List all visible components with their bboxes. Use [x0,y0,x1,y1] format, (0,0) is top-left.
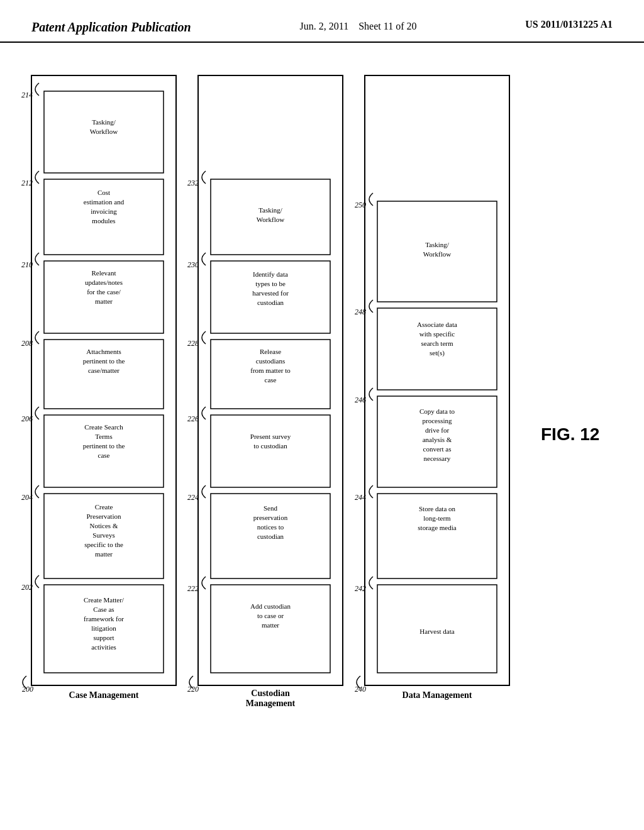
fig-label: FIG. 12 [541,424,599,444]
svg-text:Data Management: Data Management [402,690,472,700]
svg-text:pertinent to the: pertinent to the [83,357,125,365]
svg-text:248: 248 [355,307,366,316]
svg-text:212: 212 [21,179,33,187]
svg-text:Create Search: Create Search [84,423,123,431]
sheet-info: Sheet 11 of 20 [358,21,416,31]
svg-text:storage media: storage media [418,524,457,531]
svg-text:set(s): set(s) [430,349,445,357]
svg-text:litigation: litigation [91,624,116,632]
svg-text:to case or: to case or [257,612,284,619]
patent-number: US 2011/0131225 A1 [525,19,613,30]
svg-text:Notices &: Notices & [90,522,118,529]
svg-text:Workflow: Workflow [90,128,118,135]
svg-text:226: 226 [187,414,199,423]
svg-text:drive for: drive for [425,426,450,434]
svg-text:Custodian: Custodian [251,689,290,698]
svg-text:custodians: custodians [256,357,285,365]
svg-text:Attachments: Attachments [86,348,121,355]
svg-text:Terms: Terms [95,433,112,440]
svg-text:case: case [265,376,277,384]
svg-text:208: 208 [21,339,33,348]
svg-text:preservation: preservation [253,514,288,521]
svg-text:Present survey: Present survey [250,433,291,440]
svg-text:matter: matter [95,550,113,558]
svg-text:framework for: framework for [84,615,124,622]
svg-text:Send: Send [264,504,278,512]
svg-text:updates/notes: updates/notes [85,279,123,286]
svg-text:230: 230 [187,260,199,269]
svg-text:232: 232 [187,179,199,187]
svg-text:necessary: necessary [424,455,451,462]
svg-text:Identify data: Identify data [253,270,288,278]
svg-text:Preservation: Preservation [87,512,121,520]
svg-text:Release: Release [260,348,281,355]
svg-text:specific to the: specific to the [84,541,123,548]
svg-text:Store data on: Store data on [419,505,456,512]
svg-text:Tasking/: Tasking/ [425,241,450,248]
svg-text:modules: modules [92,217,115,224]
svg-text:210: 210 [21,260,33,269]
svg-text:Add custodian: Add custodian [250,602,291,610]
svg-text:search term: search term [421,340,453,347]
svg-text:pertinent to the: pertinent to the [83,442,125,450]
svg-text:case: case [98,451,110,459]
svg-text:246: 246 [355,396,366,404]
svg-text:Tasking/: Tasking/ [92,118,116,126]
svg-text:Cost: Cost [97,189,110,196]
svg-text:harvested for: harvested for [252,289,289,297]
svg-text:Tasking/: Tasking/ [258,206,283,214]
svg-text:224: 224 [187,493,199,502]
svg-text:222: 222 [187,584,199,593]
svg-text:estimation and: estimation and [84,198,125,206]
publication-title: Patent Application Publication [31,19,191,35]
svg-text:Create Matter/: Create Matter/ [84,596,125,604]
svg-rect-52 [211,585,330,673]
svg-text:244: 244 [355,493,366,502]
svg-text:Workflow: Workflow [423,250,451,258]
svg-text:Workflow: Workflow [257,216,284,223]
svg-text:invoicing: invoicing [91,208,117,215]
svg-text:analysis &: analysis & [423,436,452,443]
svg-text:with specific: with specific [419,330,455,338]
date-sheet-info: Jun. 2, 2011 Sheet 11 of 20 [300,19,417,34]
svg-rect-63 [211,415,330,487]
svg-text:Create: Create [95,503,113,511]
svg-text:228: 228 [187,339,199,348]
svg-text:Management: Management [246,699,296,708]
svg-text:notices to: notices to [257,523,284,531]
publication-date: Jun. 2, 2011 [300,21,349,31]
svg-text:250: 250 [355,201,366,209]
svg-text:Case as: Case as [93,606,114,613]
svg-text:240: 240 [355,685,366,694]
svg-text:from matter to: from matter to [250,367,291,374]
svg-text:processing: processing [422,417,452,424]
svg-text:Surveys: Surveys [92,531,114,539]
svg-text:custodian: custodian [257,533,284,540]
svg-text:custodian: custodian [257,299,284,306]
svg-text:matter: matter [262,621,279,629]
svg-text:204: 204 [21,493,33,502]
svg-text:214: 214 [21,91,33,99]
patent-diagram: Case Management 200 Create Matter/ Case … [13,63,616,805]
svg-text:types to be: types to be [255,280,286,287]
svg-text:activities: activities [91,643,116,651]
svg-text:for the case/: for the case/ [87,288,121,296]
svg-text:support: support [94,634,114,641]
svg-text:202: 202 [21,583,33,592]
svg-text:Relevant: Relevant [91,269,116,277]
svg-text:matter: matter [95,297,113,305]
svg-text:case/matter: case/matter [88,367,119,374]
svg-text:220: 220 [187,685,199,694]
svg-text:to custodian: to custodian [253,442,287,450]
svg-text:Case Management: Case Management [69,690,139,700]
page-header: Patent Application Publication Jun. 2, 2… [0,0,644,43]
svg-text:convert as: convert as [423,445,452,453]
svg-text:242: 242 [355,584,366,593]
svg-text:Copy data to: Copy data to [419,407,455,415]
svg-text:Harvest data: Harvest data [419,628,454,635]
svg-text:Associate data: Associate data [417,321,457,328]
svg-text:206: 206 [21,414,33,423]
svg-text:long-term: long-term [423,514,451,522]
